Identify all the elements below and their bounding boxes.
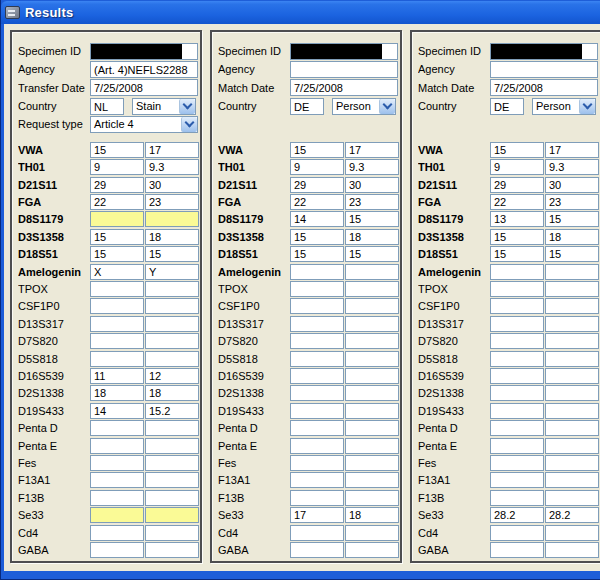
allele-cell[interactable]: 23 [145,194,199,210]
text-field[interactable] [290,61,398,78]
allele-cell[interactable] [90,298,144,314]
allele-cell[interactable]: 18 [345,507,399,523]
country-code-field[interactable]: NL [90,98,124,115]
allele-cell[interactable] [490,525,544,541]
allele-cell[interactable] [345,316,399,332]
specimen-id-field[interactable] [290,43,398,60]
text-field[interactable]: 7/25/2008 [490,79,598,96]
allele-cell[interactable]: 15 [490,229,544,245]
allele-cell[interactable] [490,455,544,471]
specimen-id-field[interactable] [90,43,198,60]
allele-cell[interactable]: 15 [90,246,144,262]
allele-cell[interactable]: 9.3 [345,159,399,175]
title-bar[interactable]: Results [1,1,600,24]
allele-cell[interactable] [490,316,544,332]
allele-cell[interactable] [490,333,544,349]
allele-cell[interactable] [90,316,144,332]
allele-cell[interactable] [290,333,344,349]
allele-cell[interactable]: 12 [145,368,199,384]
allele-cell[interactable] [345,368,399,384]
allele-cell[interactable] [90,211,144,227]
allele-cell[interactable] [490,420,544,436]
allele-cell[interactable] [345,264,399,280]
allele-cell[interactable]: 29 [490,177,544,193]
allele-cell[interactable] [545,542,599,558]
allele-cell[interactable] [145,298,199,314]
allele-cell[interactable] [290,351,344,367]
allele-cell[interactable] [90,420,144,436]
allele-cell[interactable]: 22 [290,194,344,210]
allele-cell[interactable] [490,368,544,384]
allele-cell[interactable]: 9 [490,159,544,175]
allele-cell[interactable] [90,542,144,558]
allele-cell[interactable] [490,542,544,558]
allele-cell[interactable] [290,438,344,454]
text-field[interactable]: 7/25/2008 [90,79,198,96]
text-field[interactable]: 7/25/2008 [290,79,398,96]
allele-cell[interactable] [290,455,344,471]
allele-cell[interactable] [545,490,599,506]
allele-cell[interactable]: 30 [145,177,199,193]
dropdown-arrow-icon[interactable] [181,117,197,132]
text-field[interactable]: (Art. 4)NEFLS2288 [90,61,198,78]
allele-cell[interactable] [345,403,399,419]
allele-cell[interactable] [490,281,544,297]
allele-cell[interactable]: 17 [290,507,344,523]
allele-cell[interactable] [290,385,344,401]
allele-cell[interactable] [145,455,199,471]
allele-cell[interactable] [490,264,544,280]
allele-cell[interactable] [145,525,199,541]
allele-cell[interactable] [345,525,399,541]
allele-cell[interactable] [345,298,399,314]
allele-cell[interactable] [545,385,599,401]
allele-cell[interactable]: 30 [545,177,599,193]
allele-cell[interactable] [90,507,144,523]
allele-cell[interactable] [145,420,199,436]
allele-cell[interactable] [290,316,344,332]
country-code-field[interactable]: DE [490,98,524,115]
allele-cell[interactable]: 15 [290,142,344,158]
allele-cell[interactable]: 17 [345,142,399,158]
allele-cell[interactable] [145,351,199,367]
allele-cell[interactable]: 15 [545,246,599,262]
allele-cell[interactable]: X [90,264,144,280]
allele-cell[interactable]: 14 [90,403,144,419]
specimen-type-dropdown[interactable]: Stain [132,98,196,115]
allele-cell[interactable]: 15 [545,211,599,227]
allele-cell[interactable] [290,542,344,558]
allele-cell[interactable] [290,281,344,297]
allele-cell[interactable]: 18 [345,229,399,245]
allele-cell[interactable] [290,368,344,384]
allele-cell[interactable] [345,455,399,471]
allele-cell[interactable]: 15 [290,229,344,245]
allele-cell[interactable] [90,281,144,297]
text-field[interactable] [490,61,598,78]
allele-cell[interactable] [545,525,599,541]
allele-cell[interactable] [545,403,599,419]
allele-cell[interactable]: 15 [145,246,199,262]
allele-cell[interactable]: 29 [290,177,344,193]
allele-cell[interactable] [345,438,399,454]
allele-cell[interactable]: Y [145,264,199,280]
dropdown-arrow-icon[interactable] [379,99,395,114]
allele-cell[interactable]: 28.2 [490,507,544,523]
allele-cell[interactable] [545,420,599,436]
allele-cell[interactable]: 23 [545,194,599,210]
dropdown-arrow-icon[interactable] [579,99,595,114]
allele-cell[interactable]: 15 [90,229,144,245]
allele-cell[interactable]: 9 [290,159,344,175]
allele-cell[interactable] [345,385,399,401]
allele-cell[interactable] [90,351,144,367]
allele-cell[interactable] [345,281,399,297]
allele-cell[interactable]: 17 [145,142,199,158]
allele-cell[interactable]: 11 [90,368,144,384]
allele-cell[interactable]: 29 [90,177,144,193]
allele-cell[interactable]: 15.2 [145,403,199,419]
allele-cell[interactable] [145,211,199,227]
allele-cell[interactable] [145,507,199,523]
allele-cell[interactable] [90,333,144,349]
allele-cell[interactable]: 30 [345,177,399,193]
allele-cell[interactable] [490,351,544,367]
allele-cell[interactable] [290,472,344,488]
allele-cell[interactable]: 18 [90,385,144,401]
